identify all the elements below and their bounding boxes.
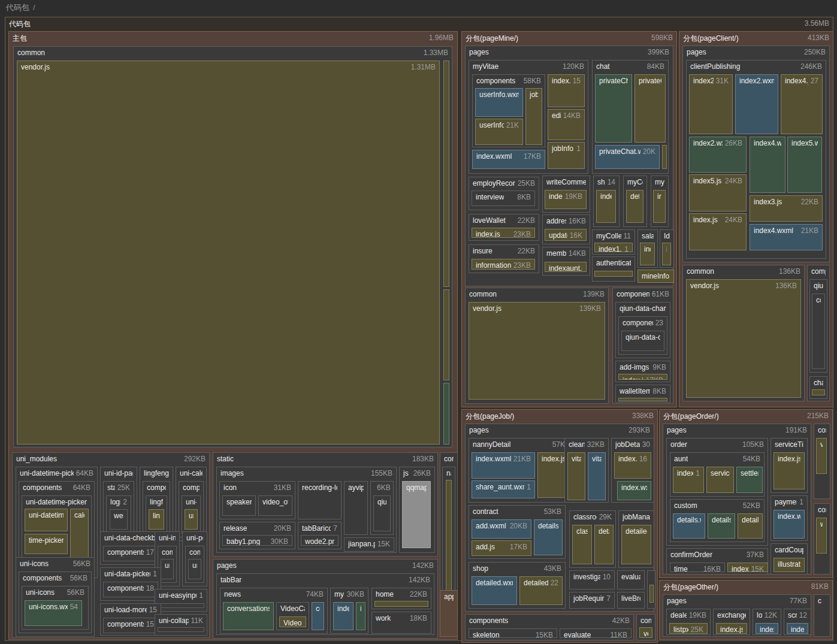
file-settlem[interactable]: settlem (736, 467, 763, 493)
folder-skeleton[interactable]: skeleton15KB (469, 628, 557, 638)
folder-recording-lo[interactable]: recording-lo (298, 481, 342, 519)
file-illustrat[interactable]: illustrat (773, 558, 805, 572)
file-classl[interactable]: classl (572, 525, 592, 564)
folder-qiun-data-cl[interactable]: qiun-data-cl (621, 331, 664, 351)
folder-speaker-o[interactable]: speaker_o (222, 495, 256, 516)
file-vitae[interactable]: vitae (588, 452, 606, 500)
file-details-v[interactable]: details.v (708, 513, 735, 539)
folder-work[interactable]: work18KB (371, 612, 431, 634)
folder-video-off[interactable]: video_off. (258, 495, 292, 516)
file-conversations-w[interactable]: conversations.w (223, 602, 274, 630)
file-index4-wxml[interactable]: index4.wxml21KB (750, 224, 823, 250)
file-index-js[interactable]: index.js15K (727, 563, 768, 572)
file-index2-js[interactable]: index2.js31K (689, 74, 733, 134)
file-update-js[interactable]: update.js16K (545, 229, 587, 241)
file-index-js[interactable]: index.js24KB (689, 213, 747, 250)
file-detai[interactable]: detai (594, 525, 614, 564)
file-index-js[interactable]: index.js15 (548, 74, 585, 107)
file-tile[interactable] (446, 480, 452, 606)
file-index-js[interactable]: index.js (716, 623, 747, 634)
file-index-js[interactable]: index.js23KB (472, 228, 535, 238)
file-service-j[interactable]: service.j (706, 467, 734, 493)
file-detai[interactable]: detai (626, 190, 643, 223)
file-index3-js[interactable]: index3.js22KB (750, 195, 823, 222)
file-qqmap[interactable]: qqmap (402, 481, 431, 548)
folder-qiuzl[interactable]: qiuzl (373, 495, 391, 531)
file-jobin[interactable]: jobIn (525, 88, 542, 145)
file-edit-js[interactable]: edit.js14KB (548, 109, 585, 140)
file-index-js[interactable]: index.js16 (614, 452, 651, 479)
folder-wode2-pn[interactable]: wode2.pn (301, 535, 339, 546)
folder-baby1-png[interactable]: baby1.png30KB (222, 535, 292, 546)
file-userinfo-js[interactable]: userInfo.js21K (475, 119, 523, 145)
folder-jobrequired[interactable]: jobRequired7 (569, 592, 615, 609)
folder-interview[interactable]: interview8KB (472, 191, 535, 206)
file-detailed-wxm[interactable]: detailed.wxm (472, 576, 517, 605)
folder-co[interactable]: co (812, 294, 825, 369)
file-add-js[interactable]: add.js17KB (472, 540, 531, 556)
file-details[interactable]: details. (738, 513, 763, 539)
file-un[interactable]: un (185, 509, 198, 530)
file-index-wxml[interactable]: index.wxml17KB (472, 150, 545, 169)
folder-un[interactable]: un (161, 559, 174, 579)
folder-c[interactable]: c (814, 594, 830, 637)
folder-jianpan-png[interactable]: jianpan.png15K (344, 537, 394, 552)
file-tile[interactable] (618, 398, 667, 401)
folder-un[interactable]: un (188, 559, 201, 579)
file-index[interactable]: index. (333, 602, 353, 630)
file-index-js[interactable]: index.js (773, 452, 805, 489)
file-mineinfo-j[interactable]: mineInfo.j (637, 270, 674, 283)
folder-uni-easyinput[interactable]: uni-easyinput1 (155, 589, 207, 612)
file-videoc[interactable]: VideoC (279, 616, 306, 627)
file-i[interactable]: i (662, 243, 671, 265)
file-index-v[interactable]: index.v (787, 623, 808, 634)
file-ind[interactable]: ind (640, 243, 655, 265)
file-tile[interactable] (443, 289, 449, 380)
file-w[interactable]: w (816, 518, 827, 554)
file-inc[interactable]: inc (356, 602, 365, 630)
file-index4-wx[interactable]: index4.wx (750, 137, 785, 193)
folder-livebroa[interactable]: liveBroa (617, 592, 645, 609)
file-index1-js[interactable]: index1.js1 (594, 243, 633, 252)
folder-cha[interactable]: cha (809, 376, 827, 399)
file-indexaunt-js[interactable]: indexaunt.js (545, 262, 587, 272)
folder-components[interactable]: components15 (103, 618, 158, 633)
file-userinfo-wxml[interactable]: userInfo.wxml (475, 88, 523, 117)
folder-components[interactable]: components18 (103, 582, 158, 597)
file-linc[interactable]: linc (149, 509, 164, 530)
file-index-js[interactable]: index.js19KB (545, 190, 587, 209)
folder-tile[interactable] (158, 627, 204, 632)
file-vitae[interactable]: vitae (567, 452, 585, 500)
file-tile[interactable] (594, 271, 633, 277)
folder-tile[interactable] (158, 603, 204, 608)
file-index-js[interactable]: index.js17KB (618, 374, 667, 380)
file-index-wxs[interactable]: index.wxs (617, 481, 651, 500)
folder-evaluate[interactable]: evaluate11KB (560, 628, 631, 638)
folder-components[interactable]: components17 (103, 546, 158, 561)
folder-evaluate[interactable]: evaluate (617, 570, 645, 589)
file-vendor-js[interactable]: vendor.js136KB (686, 279, 801, 398)
file-privatech[interactable]: privateCh (634, 74, 666, 143)
file-index-js[interactable]: index.js1 (673, 467, 704, 493)
file-share-aunt-wxml[interactable]: share_aunt.wxml1 (472, 480, 535, 498)
file-tile[interactable] (374, 601, 428, 607)
file-index5-wx[interactable]: index5.wx (787, 137, 822, 193)
breadcrumb-root[interactable]: 代码包 (6, 3, 29, 12)
file-tile[interactable] (443, 383, 449, 445)
file-vendor-js[interactable]: vendor.js139KB (469, 302, 605, 400)
file-add-wxml[interactable]: add.wxml20KB (472, 519, 531, 539)
file-time-picker[interactable]: time-picker (25, 534, 68, 554)
file-tile[interactable] (662, 145, 667, 169)
file-co[interactable]: co (312, 602, 324, 630)
file-index-wxml[interactable]: index.wxml21KB (472, 452, 535, 479)
folder-investigate[interactable]: investigate10 (569, 570, 615, 589)
file-jobinfo-js[interactable]: jobInfo.js1 (548, 142, 585, 169)
folder-time[interactable]: time16KB (670, 563, 725, 572)
file-ve[interactable]: ve (639, 627, 652, 638)
file-ind[interactable]: ind (653, 190, 666, 223)
folder-uni-collapse[interactable]: uni-collapse11K (155, 614, 207, 636)
file-details-w[interactable]: details.w (673, 513, 705, 539)
file-index4-js[interactable]: index4.js27 (781, 74, 823, 134)
file-uni-icons-wxss[interactable]: uni-icons.wxss54 (25, 600, 82, 626)
file-cale[interactable]: cale (70, 509, 89, 560)
